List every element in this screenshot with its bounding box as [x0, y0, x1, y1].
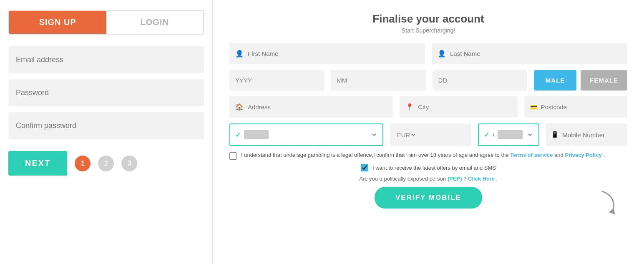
country-currency-phone-row: ✓ EUR ✓ + 📱: [229, 123, 627, 146]
phone-code-box[interactable]: ✓ +: [478, 123, 539, 146]
pep-text: Are you a politically exposed person: [359, 176, 446, 182]
person-icon-2: 👤: [438, 50, 446, 58]
address-row: 🏠 📍 💳: [229, 96, 627, 118]
plus-sign: +: [492, 131, 495, 138]
confirm-password-field[interactable]: Confirm password: [8, 112, 204, 139]
click-here-link[interactable]: Click Here: [468, 176, 495, 182]
dob-gender-row: YYYY MM DD MALE FEMALE: [229, 70, 627, 91]
country-flag-placeholder: [244, 130, 269, 139]
postcode-field[interactable]: 💳: [524, 96, 627, 118]
day-dropdown[interactable]: DD: [438, 77, 521, 84]
male-button[interactable]: MALE: [534, 70, 577, 91]
check-icon: ✓: [235, 131, 241, 139]
address-input[interactable]: [248, 103, 387, 111]
step-2: 2: [98, 156, 114, 171]
next-row: NEXT 1 2 3: [8, 151, 204, 176]
gender-row: MALE FEMALE: [534, 70, 627, 91]
step-3: 3: [121, 156, 137, 171]
address-field[interactable]: 🏠: [229, 96, 393, 118]
privacy-link[interactable]: Privacy Policy: [565, 152, 601, 158]
arrow-hint: [590, 186, 623, 221]
login-tab[interactable]: LOGIN: [106, 11, 204, 34]
last-name-input[interactable]: [450, 50, 621, 57]
right-panel: Finalise your account Start Superchargin…: [213, 0, 644, 264]
year-select[interactable]: YYYY: [229, 70, 324, 91]
phone-code-placeholder: [498, 130, 523, 139]
postcode-input[interactable]: [541, 103, 621, 111]
confirm-password-label: Confirm password: [16, 121, 76, 130]
pin-icon: 📍: [405, 103, 414, 111]
person-icon: 👤: [235, 50, 244, 58]
card-icon: 💳: [530, 104, 537, 111]
female-button[interactable]: FEMALE: [581, 70, 627, 91]
password-field[interactable]: Password: [8, 79, 204, 106]
city-field[interactable]: 📍: [400, 96, 518, 118]
next-button[interactable]: NEXT: [8, 151, 67, 176]
email-field[interactable]: Email address: [8, 46, 204, 73]
offers-row: I want to receive the latest offers by e…: [229, 164, 627, 171]
pep-question: ?: [463, 176, 466, 182]
legal-checkbox[interactable]: [229, 152, 237, 160]
pep-row: Are you a politically exposed person (PE…: [229, 176, 627, 182]
mobile-input[interactable]: [562, 131, 622, 138]
legal-text: I understand that underage gambling is a…: [241, 152, 605, 158]
signup-tab[interactable]: SIGN UP: [9, 11, 106, 34]
city-input[interactable]: [418, 103, 512, 111]
first-name-input[interactable]: [248, 50, 419, 57]
first-name-field[interactable]: 👤: [229, 43, 425, 64]
phone-code-dropdown[interactable]: [525, 131, 533, 139]
home-icon: 🏠: [235, 103, 244, 111]
offers-text: I want to receive the latest offers by e…: [372, 165, 496, 171]
password-label: Password: [16, 88, 49, 97]
offers-checkbox[interactable]: [361, 164, 368, 171]
click-period: .: [496, 176, 498, 182]
mobile-field[interactable]: 📱: [546, 123, 627, 146]
auth-tabs: SIGN UP LOGIN: [8, 10, 204, 35]
pep-link[interactable]: (PEP): [448, 176, 462, 182]
currency-box[interactable]: EUR: [390, 123, 471, 146]
email-label: Email address: [16, 55, 63, 64]
country-dropdown[interactable]: [272, 131, 377, 139]
country-select-box[interactable]: ✓: [229, 123, 383, 146]
step-1: 1: [75, 156, 91, 171]
pep-link-label: (PEP): [448, 176, 462, 182]
name-row: 👤 👤: [229, 43, 627, 64]
verify-mobile-button[interactable]: VERIFY MOBILE: [375, 187, 482, 209]
month-dropdown[interactable]: MM: [337, 77, 420, 84]
currency-dropdown[interactable]: EUR: [395, 131, 417, 139]
last-name-field[interactable]: 👤: [432, 43, 627, 64]
legal-checkbox-row: I understand that underage gambling is a…: [229, 152, 627, 160]
month-select[interactable]: MM: [331, 70, 425, 91]
phone-icon: 📱: [551, 131, 559, 138]
day-select[interactable]: DD: [433, 70, 527, 91]
panel-title: Finalise your account: [229, 13, 627, 25]
terms-link[interactable]: Terms of service: [510, 152, 553, 158]
click-here-label: Click Here: [468, 176, 495, 182]
left-panel: SIGN UP LOGIN Email address Password Con…: [0, 0, 213, 264]
check-icon-2: ✓: [484, 131, 489, 139]
panel-subtitle: Start Supercharging!: [229, 27, 627, 34]
year-dropdown[interactable]: YYYY: [235, 77, 318, 84]
